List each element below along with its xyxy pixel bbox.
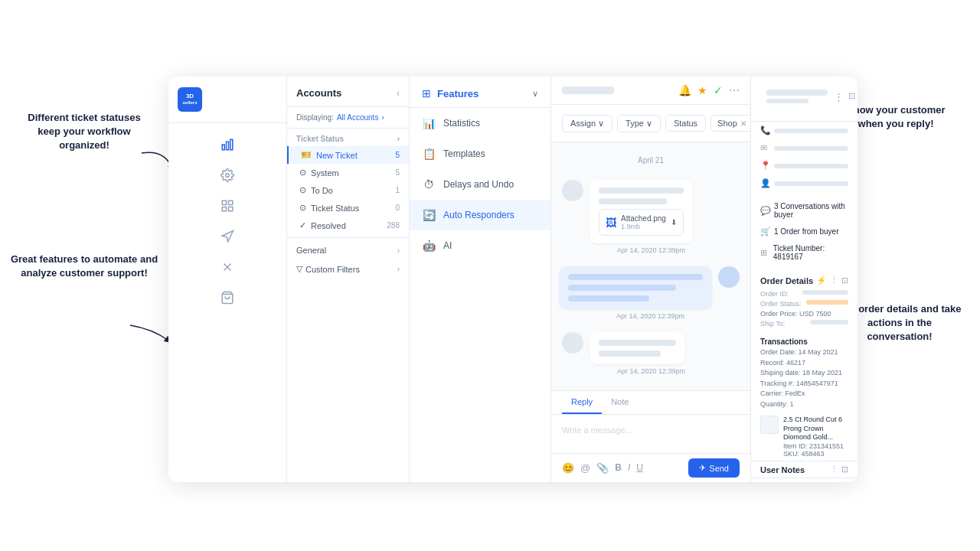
- emoji-icon[interactable]: 😊: [562, 462, 574, 474]
- ai-label: AI: [443, 240, 452, 251]
- order-row: 🛒 1 Order from buyer: [751, 223, 858, 240]
- timestamp-2: Apr 14, 2020 12:39pm: [559, 312, 712, 320]
- ticket-status-icon: ⊙: [299, 203, 306, 213]
- lightning-icon[interactable]: ⚡: [816, 276, 827, 285]
- page-wrapper: Different ticket statuses keep your work…: [0, 0, 980, 551]
- todo-icon: ⊙: [299, 185, 306, 195]
- order-section-header: Order Details ⚡ ⋮ ⊡: [760, 276, 848, 285]
- expand-icon[interactable]: ⊡: [848, 91, 855, 103]
- nav-icon-grid[interactable]: [212, 192, 243, 220]
- reply-toolbar: 😊 @ 📎 B I U ✈ Send: [551, 453, 750, 482]
- type-chevron-icon: ∨: [646, 119, 652, 129]
- email-row: ✉: [751, 139, 858, 157]
- chat-header: 🔔 ★ ✓ ⋯: [551, 77, 750, 105]
- order-more-icon[interactable]: ⋮: [830, 276, 838, 285]
- paperclip-icon[interactable]: 📎: [596, 462, 609, 474]
- bold-icon[interactable]: B: [615, 462, 622, 474]
- resolved-icon: ✓: [299, 220, 306, 230]
- italic-icon[interactable]: I: [628, 462, 630, 474]
- nav-icon-chart[interactable]: [212, 131, 243, 158]
- order-expand-icon[interactable]: ⊡: [841, 276, 848, 285]
- download-icon[interactable]: ⬇: [671, 218, 677, 227]
- todo-item[interactable]: ⊙ To Do 1: [287, 181, 409, 199]
- shop-tag-close[interactable]: ✕: [740, 119, 746, 128]
- delays-icon: ⏱: [422, 178, 436, 191]
- bell-icon[interactable]: 🔔: [678, 84, 691, 96]
- user-notes-more-icon[interactable]: ⋮: [830, 465, 838, 474]
- general-label: General: [296, 246, 326, 255]
- custom-filters-chevron-icon: ›: [397, 265, 400, 273]
- assign-button[interactable]: Assign ∨: [562, 115, 612, 132]
- conversations-text: 3 Conversations with buyer: [774, 202, 848, 219]
- reply-tab[interactable]: Reply: [562, 391, 602, 414]
- item-id: Item ID: 231341551: [783, 442, 848, 450]
- ticket-number-icon: ⊞: [760, 248, 769, 258]
- reply-placeholder: Write a message...: [562, 425, 632, 435]
- customer-sub-bar: [766, 99, 808, 103]
- at-icon[interactable]: @: [580, 462, 590, 474]
- email-bar: [774, 146, 848, 151]
- ship-to-row: Ship To:: [760, 320, 848, 328]
- general-item[interactable]: General ›: [287, 241, 409, 259]
- customer-name-bar: [766, 90, 828, 96]
- more-icon[interactable]: ⋯: [729, 84, 740, 96]
- custom-filters-item[interactable]: ▽ Custom Filters ›: [287, 259, 409, 279]
- more-dots-icon[interactable]: ⋮: [834, 91, 844, 103]
- all-accounts-link[interactable]: All Accounts: [337, 113, 378, 122]
- user-notes-expand-icon[interactable]: ⊡: [841, 465, 848, 474]
- feature-item-delays[interactable]: ⏱ Delays and Undo: [410, 169, 550, 200]
- status-button[interactable]: Status: [665, 115, 706, 132]
- location-bar: [774, 164, 848, 168]
- person-bar: [774, 181, 848, 186]
- system-count: 5: [395, 168, 400, 177]
- features-icon: ⊞: [422, 87, 431, 99]
- reply-input-area[interactable]: Write a message...: [551, 415, 750, 453]
- feature-item-templates[interactable]: 📋 Templates: [410, 139, 550, 169]
- check-icon[interactable]: ✓: [714, 84, 723, 96]
- location-row: 📍: [751, 157, 858, 174]
- ui-container: 3D sellers: [168, 77, 858, 482]
- ship-to-label: Ship To:: [760, 320, 785, 328]
- templates-label: Templates: [443, 148, 485, 159]
- sidebar: 3D sellers: [168, 77, 287, 482]
- order-id-row: Order ID:: [760, 290, 848, 298]
- new-ticket-item[interactable]: 🎫 New Ticket 5: [287, 146, 409, 164]
- timestamp-3: Apr 14, 2020 12:39pm: [590, 367, 685, 375]
- nav-icon-settings[interactable]: [212, 161, 243, 189]
- send-button[interactable]: ✈ Send: [688, 458, 740, 478]
- user-notes-title: User Notes: [760, 465, 805, 474]
- message-bubble-1: 🖼 Attached.png 1.9mb ⬇: [590, 180, 693, 243]
- star-icon[interactable]: ★: [697, 84, 707, 96]
- svg-rect-4: [222, 201, 226, 204]
- ticket-status-count: 0: [395, 204, 400, 212]
- feature-item-auto-responders[interactable]: 🔄 Auto Responders: [410, 200, 550, 230]
- order-section-title: Order Details: [760, 276, 813, 285]
- nav-icon-megaphone[interactable]: [212, 223, 243, 250]
- features-panel: ⊞ Features ∨ 📊 Statistics 📋 Templates ⏱ …: [410, 77, 551, 482]
- customer-avatar-row: ⋮ ⊡: [760, 84, 848, 109]
- message-bubble-3: [590, 332, 685, 364]
- order-status-row: Order Status:: [760, 300, 848, 308]
- system-item[interactable]: ⊙ System 5: [287, 164, 409, 181]
- annotation-left-top: Different ticket statuses keep your work…: [15, 111, 153, 153]
- auto-responders-label: Auto Responders: [443, 210, 514, 220]
- resolved-label: Resolved: [311, 221, 382, 230]
- product-name: 2.5 Ct Round Cut 6 Prong Crown Diomond G…: [783, 416, 848, 442]
- nav-icon-x[interactable]: [212, 253, 243, 281]
- right-panel: ⋮ ⊡ 📞 ✉ 📍 👤: [750, 77, 858, 482]
- phone-icon: 📞: [760, 126, 769, 135]
- phone-row: 📞: [751, 122, 858, 139]
- nav-icon-shopping[interactable]: [212, 284, 243, 311]
- feature-item-statistics[interactable]: 📊 Statistics: [410, 108, 550, 139]
- resolved-item[interactable]: ✓ Resolved 288: [287, 217, 409, 234]
- feature-item-ai[interactable]: 🤖 AI: [410, 230, 550, 261]
- note-tab[interactable]: Note: [602, 391, 638, 414]
- features-header: ⊞ Features ∨: [410, 77, 550, 108]
- message-row-2: Apr 14, 2020 12:39pm: [562, 266, 740, 320]
- displaying-row: Displaying: All Accounts ›: [287, 107, 409, 129]
- send-icon: ✈: [699, 463, 706, 473]
- ticket-status-item[interactable]: ⊙ Ticket Status 0: [287, 199, 409, 217]
- type-button[interactable]: Type ∨: [617, 115, 661, 132]
- underline-icon[interactable]: U: [636, 462, 643, 474]
- attachment-name: Attached.png: [621, 214, 666, 223]
